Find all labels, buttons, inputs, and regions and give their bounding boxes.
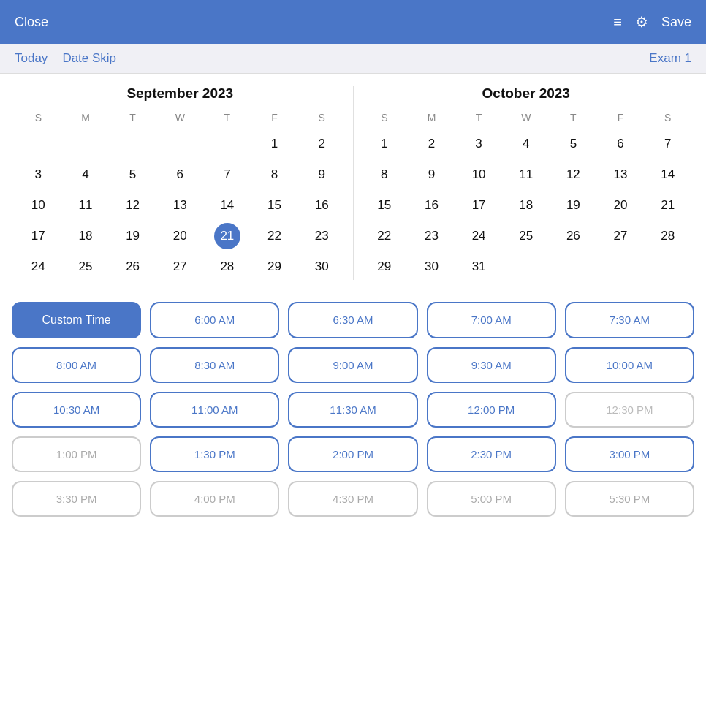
- time-slot-button[interactable]: 6:00 AM: [150, 302, 279, 338]
- time-slot-button[interactable]: 9:00 AM: [288, 347, 417, 383]
- calendar-day[interactable]: 8: [262, 162, 288, 188]
- time-slot-button[interactable]: 2:00 PM: [288, 436, 417, 472]
- calendar-day[interactable]: 21: [655, 192, 681, 219]
- time-slot-button[interactable]: 12:00 PM: [427, 392, 556, 428]
- day-header: S: [644, 109, 691, 126]
- time-slot-button[interactable]: 1:30 PM: [150, 436, 279, 472]
- calendar-day[interactable]: 8: [371, 162, 398, 188]
- calendar-day[interactable]: 5: [560, 131, 586, 157]
- time-slot-button[interactable]: 1:00 PM: [12, 436, 141, 472]
- calendar-day[interactable]: 19: [120, 223, 146, 249]
- gear-icon[interactable]: ⚙: [635, 13, 648, 31]
- calendar-day[interactable]: 6: [167, 162, 193, 188]
- day-header: T: [109, 109, 156, 126]
- calendar-day[interactable]: 14: [655, 162, 681, 188]
- time-slot-button[interactable]: 3:00 PM: [565, 436, 694, 472]
- calendar-day[interactable]: 22: [262, 223, 288, 249]
- calendar-day[interactable]: 12: [120, 192, 146, 219]
- calendar-day[interactable]: 17: [466, 192, 492, 219]
- time-slot-button[interactable]: 6:30 AM: [288, 302, 417, 338]
- calendar-day[interactable]: 24: [466, 223, 492, 249]
- calendar-day[interactable]: 13: [607, 162, 634, 188]
- time-slot-button[interactable]: 8:30 AM: [150, 347, 279, 383]
- calendar-day[interactable]: 4: [72, 162, 99, 188]
- calendar-day[interactable]: 27: [167, 254, 193, 280]
- calendar-day[interactable]: 13: [167, 192, 193, 219]
- calendar-day[interactable]: 1: [371, 131, 398, 157]
- calendar-day[interactable]: 10: [466, 162, 492, 188]
- calendar-day[interactable]: 20: [167, 223, 193, 249]
- calendar-day[interactable]: 18: [72, 223, 99, 249]
- today-button[interactable]: Today: [15, 51, 48, 66]
- calendar-day[interactable]: 25: [513, 223, 539, 249]
- time-slot-button[interactable]: 11:00 AM: [150, 392, 279, 428]
- calendar-day[interactable]: 28: [214, 254, 240, 280]
- calendar-day[interactable]: 14: [214, 192, 240, 219]
- calendar-day[interactable]: 31: [466, 254, 492, 280]
- calendar-day[interactable]: 16: [418, 192, 444, 219]
- calendar-day[interactable]: 11: [513, 162, 539, 188]
- time-slot-button[interactable]: 2:30 PM: [427, 436, 556, 472]
- time-slot-button[interactable]: 7:00 AM: [427, 302, 556, 338]
- calendar-day[interactable]: 29: [371, 254, 398, 280]
- time-slot-button[interactable]: 5:30 PM: [565, 481, 694, 517]
- save-button[interactable]: Save: [661, 15, 691, 30]
- calendar-day[interactable]: 23: [308, 223, 335, 249]
- day-header: S: [15, 109, 62, 126]
- calendar-day[interactable]: 3: [25, 162, 51, 188]
- calendar-day[interactable]: 25: [72, 254, 99, 280]
- close-button[interactable]: Close: [15, 15, 48, 30]
- time-slot-button[interactable]: 9:30 AM: [427, 347, 556, 383]
- time-slot-button[interactable]: 8:00 AM: [12, 347, 141, 383]
- time-slot-button[interactable]: 10:00 AM: [565, 347, 694, 383]
- calendar-day[interactable]: 9: [418, 162, 444, 188]
- calendar-day[interactable]: 19: [560, 192, 586, 219]
- time-slot-button[interactable]: 4:30 PM: [288, 481, 417, 517]
- calendar-day[interactable]: 11: [72, 192, 99, 219]
- calendar-day[interactable]: 26: [120, 254, 146, 280]
- calendar-day[interactable]: 30: [418, 254, 444, 280]
- date-skip-button[interactable]: Date Skip: [62, 51, 116, 66]
- calendar-day[interactable]: 6: [607, 131, 634, 157]
- calendar-day[interactable]: 12: [560, 162, 586, 188]
- calendar-day[interactable]: 21: [214, 223, 240, 249]
- calendar-day[interactable]: 2: [308, 131, 335, 157]
- calendar-day[interactable]: 27: [607, 223, 634, 249]
- calendar-day[interactable]: 18: [513, 192, 539, 219]
- time-slot-button[interactable]: 12:30 PM: [565, 392, 694, 428]
- calendar-day[interactable]: 7: [214, 162, 240, 188]
- time-slot-button[interactable]: 10:30 AM: [12, 392, 141, 428]
- calendar-day[interactable]: 15: [262, 192, 288, 219]
- day-header: T: [455, 109, 503, 126]
- time-section: Custom Time6:00 AM6:30 AM7:00 AM7:30 AM8…: [0, 287, 706, 524]
- calendar-day[interactable]: 1: [262, 131, 288, 157]
- calendar-day[interactable]: 3: [466, 131, 492, 157]
- time-slot-button[interactable]: 11:30 AM: [288, 392, 417, 428]
- exam-button[interactable]: Exam 1: [649, 51, 691, 66]
- list-icon[interactable]: ≡: [613, 14, 622, 31]
- time-slot-button[interactable]: 3:30 PM: [12, 481, 141, 517]
- calendar-day[interactable]: 28: [655, 223, 681, 249]
- calendar-day[interactable]: 9: [308, 162, 335, 188]
- calendar-day[interactable]: 29: [262, 254, 288, 280]
- calendar-day[interactable]: 7: [655, 131, 681, 157]
- calendar-day[interactable]: 15: [371, 192, 398, 219]
- calendar-day[interactable]: 2: [418, 131, 444, 157]
- calendar-day[interactable]: 26: [560, 223, 586, 249]
- calendar-day[interactable]: 16: [308, 192, 335, 219]
- header-right: ≡ ⚙ Save: [613, 13, 691, 31]
- calendar-day[interactable]: 20: [607, 192, 634, 219]
- time-slot-button[interactable]: 4:00 PM: [150, 481, 279, 517]
- calendar-day[interactable]: 22: [371, 223, 398, 249]
- calendar-day[interactable]: 10: [25, 192, 51, 219]
- calendar-day[interactable]: 30: [308, 254, 335, 280]
- calendar-day[interactable]: 23: [418, 223, 444, 249]
- calendar-day[interactable]: 17: [25, 223, 51, 249]
- october-grid: SMTWTFS123456789101112131415161718192021…: [361, 109, 692, 280]
- calendar-day[interactable]: 24: [25, 254, 51, 280]
- custom-time-button[interactable]: Custom Time: [12, 302, 141, 338]
- calendar-day[interactable]: 4: [513, 131, 539, 157]
- time-slot-button[interactable]: 5:00 PM: [427, 481, 556, 517]
- time-slot-button[interactable]: 7:30 AM: [565, 302, 694, 338]
- calendar-day[interactable]: 5: [120, 162, 146, 188]
